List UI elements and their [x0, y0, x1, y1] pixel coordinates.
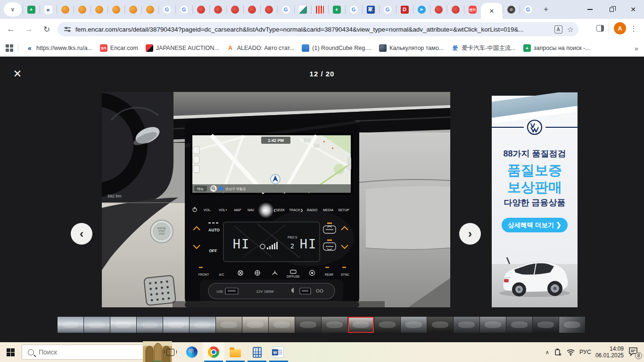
thumbnail[interactable] — [269, 317, 295, 333]
thumbnail[interactable] — [190, 317, 215, 333]
tab-stripes[interactable] — [311, 0, 328, 19]
tab-google[interactable]: G — [158, 0, 175, 19]
back-button[interactable]: ← — [4, 22, 18, 36]
tab-triangle[interactable] — [294, 0, 311, 19]
side-panel-icon[interactable] — [596, 25, 604, 32]
edge-button[interactable] — [181, 342, 203, 362]
word-button[interactable] — [268, 342, 289, 362]
browser-menu-icon[interactable]: ⋮ — [630, 24, 637, 33]
search-input[interactable] — [38, 348, 94, 356]
clock[interactable]: 14:09 06.01.2025 — [595, 346, 624, 359]
bookmark-japanese-auction[interactable]: JAPANESE AUCTION... — [142, 42, 223, 54]
file-explorer-button[interactable] — [224, 342, 246, 362]
tab-orange[interactable] — [107, 0, 124, 19]
wifi-icon[interactable] — [566, 349, 575, 356]
thumbnail[interactable] — [163, 317, 189, 333]
tab-sheets[interactable]: + — [23, 0, 40, 19]
ad-title-line1: 품질보증 — [492, 161, 578, 180]
address-bar[interactable]: fem.encar.com/cars/detail/38790434?pagei… — [58, 22, 578, 36]
tab-redcar[interactable] — [192, 0, 209, 19]
new-tab-button[interactable]: + — [539, 3, 553, 16]
thumbnail[interactable] — [137, 317, 163, 333]
tab-redcar[interactable] — [260, 0, 277, 19]
calculator-button[interactable] — [246, 342, 268, 362]
tab-redcar[interactable] — [226, 0, 243, 19]
tab-encar[interactable]: 엔카 — [464, 0, 481, 19]
tab-jia[interactable]: 家 — [362, 0, 379, 19]
bookmark-tks[interactable]: « https://www.tks.ru/a... — [22, 42, 96, 54]
site-settings-icon[interactable] — [64, 25, 72, 33]
bookmarks-overflow-icon[interactable]: » — [635, 44, 638, 52]
climate-off: OFF — [209, 248, 217, 253]
bookmark-aleado[interactable]: A ALEADO: Авто стат... — [223, 42, 298, 54]
thumbnail[interactable] — [216, 317, 242, 333]
bookmark-calculator[interactable]: Калькулятор тамо... — [375, 42, 447, 54]
restore-button[interactable] — [601, 0, 622, 19]
thumbnail[interactable] — [480, 317, 506, 333]
gallery-main-photo[interactable]: 592 km ENGINE START STOP — [102, 92, 450, 307]
battery-icon[interactable] — [553, 348, 562, 356]
thumbnail[interactable] — [454, 317, 479, 333]
forward-button[interactable]: → — [22, 22, 36, 36]
notification-center-button[interactable]: 8 — [628, 346, 640, 358]
gallery-counter: 12 / 20 — [0, 70, 644, 78]
tab-google[interactable]: G — [175, 0, 192, 19]
reload-button[interactable]: ↻ — [40, 22, 54, 36]
tab-redcar[interactable] — [430, 0, 447, 19]
tab-orange[interactable] — [91, 0, 107, 19]
tab-sheets[interactable]: + — [328, 0, 345, 19]
vw-ad-banner[interactable]: 88가지 품질점검 품질보증 보상판매 다양한 금융상품 상세혜택 더보기 ❯ — [492, 92, 578, 307]
minimize-button[interactable] — [579, 0, 601, 19]
thumbnail[interactable] — [401, 317, 427, 333]
thumbnail[interactable] — [58, 317, 83, 333]
tab-search-button[interactable]: ∨ — [4, 2, 22, 16]
thumbnail[interactable] — [110, 317, 136, 333]
chrome-button[interactable] — [203, 342, 224, 362]
taskbar-search[interactable] — [22, 345, 150, 360]
apps-grid-icon[interactable] — [6, 44, 13, 52]
tab-orange[interactable] — [74, 0, 91, 19]
tab-redcar[interactable] — [209, 0, 226, 19]
thumbnail[interactable] — [322, 317, 347, 333]
tab-redcar[interactable] — [447, 0, 464, 19]
tab-tks[interactable]: « — [40, 0, 57, 19]
thumbnail[interactable] — [533, 317, 559, 333]
odometer-text: 592 km — [107, 194, 122, 198]
start-button[interactable] — [0, 342, 21, 362]
tab-google[interactable]: G — [345, 0, 362, 19]
thumbnail[interactable] — [295, 317, 321, 333]
gallery-next-button[interactable]: › — [459, 223, 481, 245]
thumbnail[interactable] — [559, 317, 585, 333]
thumbnail[interactable] — [506, 317, 532, 333]
task-view-button[interactable] — [159, 342, 181, 362]
bookmark-sheets[interactable]: + запросы на поиск -... — [520, 42, 594, 54]
bookmark-star-icon[interactable]: ☆ — [567, 25, 574, 34]
active-tab[interactable]: ✕ — [481, 3, 503, 19]
bookmark-encar[interactable]: 엔카 Encar.com — [96, 42, 142, 54]
bookmark-roundcube[interactable]: (1) RoundCube Reg.... — [298, 42, 375, 54]
gallery-prev-button[interactable]: ‹ — [71, 223, 92, 245]
tab-redcar[interactable] — [243, 0, 260, 19]
thumbnail[interactable] — [242, 317, 268, 333]
tab-google[interactable]: G — [520, 0, 537, 19]
thumbnail[interactable] — [348, 317, 374, 333]
tray-expand-icon[interactable]: ∧ — [545, 349, 549, 355]
close-window-button[interactable]: ✕ — [622, 0, 644, 19]
tab-chromium[interactable] — [503, 0, 520, 19]
thumbnail[interactable] — [374, 317, 400, 333]
tab-google[interactable]: G — [277, 0, 294, 19]
bookmark-xcar[interactable]: 爱 爱卡汽车-中国主流... — [447, 42, 520, 54]
ad-cta-button[interactable]: 상세혜택 더보기 ❯ — [502, 218, 568, 232]
tab-close-icon[interactable]: ✕ — [489, 8, 495, 15]
tab-telegram[interactable]: ➤ — [413, 0, 430, 19]
tab-orange[interactable] — [57, 0, 74, 19]
translate-icon[interactable]: A — [554, 25, 562, 33]
thumbnail[interactable] — [84, 317, 110, 333]
tab-orange[interactable] — [124, 0, 141, 19]
language-indicator[interactable]: РУС — [579, 349, 591, 355]
tab-google[interactable]: G — [379, 0, 396, 19]
profile-avatar[interactable]: A — [614, 22, 626, 34]
tab-d[interactable]: D — [396, 0, 413, 19]
thumbnail[interactable] — [427, 317, 453, 333]
tab-orange[interactable] — [141, 0, 158, 19]
